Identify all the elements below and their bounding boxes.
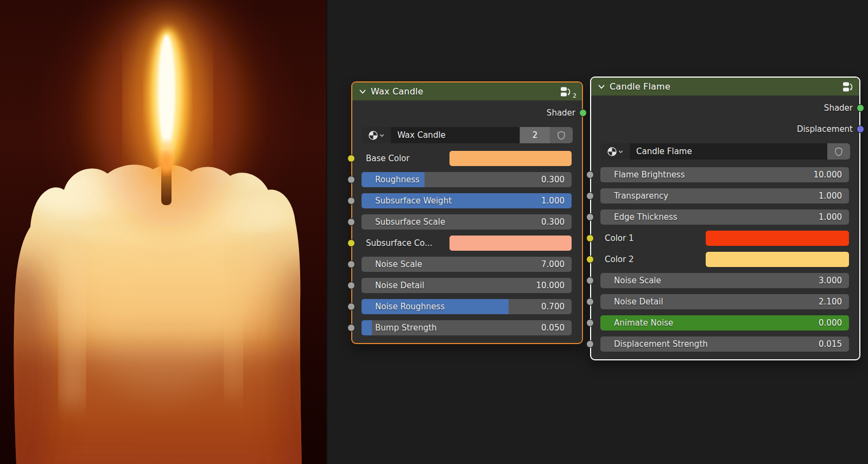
input-label: Displacement Strength — [600, 339, 819, 349]
value-slider[interactable]: Noise Detail 2.100 — [600, 294, 849, 309]
socket-input[interactable] — [586, 234, 594, 242]
chevron-down-icon — [618, 149, 623, 154]
socket-input[interactable] — [347, 197, 355, 205]
input-value: 7.000 — [541, 259, 572, 269]
value-slider[interactable]: Edge Thickness 1.000 — [600, 209, 849, 225]
input-row-noise-scale: Noise Scale 3.000 — [600, 273, 849, 288]
input-row-subsurface-scale: Subsurface Scale 0.300 — [362, 214, 572, 230]
material-browse-button[interactable] — [600, 143, 630, 160]
value-slider[interactable]: Transparency 1.000 — [600, 188, 849, 204]
color-swatch[interactable] — [449, 236, 572, 251]
socket-input[interactable] — [586, 319, 594, 327]
input-value: 0.300 — [541, 175, 572, 185]
candle-render — [0, 0, 327, 464]
input-value: 3.000 — [819, 276, 849, 285]
socket-input[interactable] — [347, 218, 355, 226]
color-swatch[interactable] — [706, 231, 849, 246]
fake-user-button[interactable] — [827, 143, 850, 160]
shield-icon — [834, 147, 844, 157]
output-row-displacement: Displacement — [591, 122, 859, 136]
input-row-roughness: Roughness 0.300 — [362, 172, 572, 187]
input-row-animate-noise: Animate Noise 0.000 — [600, 315, 849, 330]
value-slider[interactable]: Subsurface Weight 1.000 — [362, 193, 572, 208]
output-label: Displacement — [797, 124, 853, 134]
collapse-chevron-icon[interactable] — [598, 83, 605, 91]
node-header[interactable]: Candle Flame — [591, 78, 859, 96]
input-row-noise-scale: Noise Scale 7.000 — [362, 257, 572, 272]
value-slider-animated[interactable]: Animate Noise 0.000 — [600, 315, 849, 330]
shield-icon — [556, 130, 566, 141]
socket-input[interactable] — [347, 239, 355, 247]
group-users-badge: 2 — [573, 92, 576, 99]
input-value: 10.000 — [536, 281, 572, 290]
socket-input[interactable] — [347, 176, 355, 183]
socket-input[interactable] — [347, 282, 355, 289]
input-value: 1.000 — [819, 191, 849, 201]
input-row-flame-brightness: Flame Brightness 10.000 — [600, 167, 849, 182]
input-label: Roughness — [362, 175, 541, 185]
socket-input[interactable] — [586, 256, 594, 263]
output-label: Shader — [824, 103, 853, 113]
color-swatch[interactable] — [449, 151, 572, 166]
fake-user-button[interactable] — [550, 127, 573, 143]
shader-node-editor[interactable]: Wax Candle 2 Shader — [328, 0, 868, 464]
collapse-chevron-icon[interactable] — [359, 88, 366, 96]
node-group-icon — [842, 81, 854, 93]
value-slider[interactable]: Noise Detail 10.000 — [362, 278, 572, 293]
socket-input[interactable] — [347, 260, 355, 268]
value-slider[interactable]: Displacement Strength 0.015 — [600, 336, 849, 352]
output-row-shader: Shader — [591, 101, 859, 115]
socket-input[interactable] — [586, 277, 594, 284]
socket-input[interactable] — [586, 192, 594, 200]
socket-input[interactable] — [347, 303, 355, 310]
input-row-subsurface-color: Subsurface Co... — [362, 236, 572, 251]
chevron-down-icon — [379, 133, 384, 138]
socket-input[interactable] — [347, 155, 355, 162]
input-label: Subsurface Co... — [362, 238, 449, 248]
input-value: 0.015 — [819, 339, 849, 349]
input-value: 0.050 — [541, 323, 572, 333]
input-label: Noise Roughness — [362, 302, 541, 312]
socket-output-shader[interactable] — [579, 109, 587, 117]
input-label: Transparency — [600, 191, 819, 201]
input-label: Flame Brightness — [600, 170, 814, 180]
socket-output-shader[interactable] — [857, 104, 864, 112]
socket-input[interactable] — [586, 340, 594, 348]
value-slider[interactable]: Noise Roughness 0.700 — [362, 299, 572, 314]
node-group-icon — [560, 86, 572, 98]
input-value: 0.000 — [819, 318, 849, 328]
value-slider[interactable]: Flame Brightness 10.000 — [600, 167, 849, 182]
viewport-3d-render[interactable] — [0, 0, 327, 464]
node-title: Candle Flame — [610, 81, 838, 92]
candle-flame-glow — [94, 0, 241, 228]
socket-input[interactable] — [586, 213, 594, 221]
output-row-shader: Shader — [352, 106, 582, 120]
group-name-field[interactable]: Wax Candle — [391, 127, 519, 143]
input-value: 10.000 — [814, 170, 850, 180]
socket-input[interactable] — [347, 324, 355, 332]
value-slider[interactable]: Noise Scale 3.000 — [600, 273, 849, 288]
input-value: 0.700 — [541, 302, 572, 312]
value-slider[interactable]: Subsurface Scale 0.300 — [362, 214, 572, 230]
socket-input[interactable] — [586, 298, 594, 306]
users-count-button[interactable]: 2 — [519, 127, 550, 143]
input-row-noise-detail: Noise Detail 10.000 — [362, 278, 572, 293]
input-value: 1.000 — [541, 196, 572, 206]
color-swatch[interactable] — [706, 252, 849, 267]
value-slider[interactable]: Bump Strength 0.050 — [362, 320, 572, 335]
material-sphere-icon — [607, 147, 617, 157]
material-browse-button[interactable] — [362, 127, 391, 143]
input-label: Bump Strength — [362, 323, 541, 333]
value-slider[interactable]: Roughness 0.300 — [362, 172, 572, 187]
group-name-field[interactable]: Candle Flame — [630, 143, 827, 160]
node-header[interactable]: Wax Candle 2 — [352, 82, 582, 100]
input-row-bump-strength: Bump Strength 0.050 — [362, 320, 572, 335]
socket-output-displacement[interactable] — [857, 125, 864, 133]
value-slider[interactable]: Noise Scale 7.000 — [362, 257, 572, 272]
input-value: 1.000 — [819, 212, 849, 222]
input-label: Noise Scale — [362, 259, 541, 269]
socket-input[interactable] — [586, 171, 594, 179]
node-candle-flame[interactable]: Candle Flame Shader Displacement — [590, 77, 860, 360]
input-value: 0.300 — [541, 217, 572, 227]
node-wax-candle[interactable]: Wax Candle 2 Shader — [351, 81, 583, 344]
